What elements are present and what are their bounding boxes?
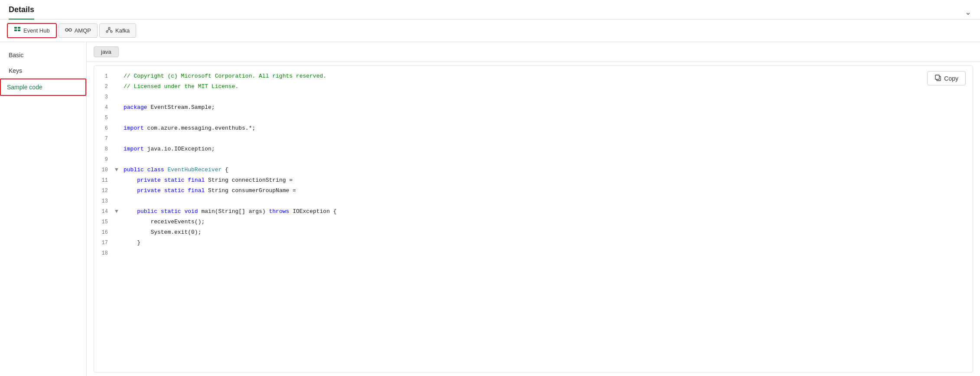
code-line: 1 // Copyright (c) Microsoft Corporation… <box>94 71 973 82</box>
svg-rect-0 <box>14 27 17 29</box>
page-container: Details ⌄ Event Hub <box>0 0 980 376</box>
tab-kafka[interactable]: Kafka <box>99 23 136 38</box>
code-line: 7 <box>94 134 973 144</box>
sidebar: Basic Keys Sample code <box>0 42 87 376</box>
code-block-container: Copy 1 // Copyright (c) Microsoft Corpor… <box>94 65 973 373</box>
sidebar-item-keys-label: Keys <box>9 67 22 74</box>
copy-button[interactable]: Copy <box>927 71 966 85</box>
svg-rect-2 <box>14 29 17 31</box>
svg-rect-1 <box>18 27 20 29</box>
sidebar-item-sample-code-label: Sample code <box>7 84 42 91</box>
sidebar-item-basic[interactable]: Basic <box>0 47 86 63</box>
svg-point-7 <box>108 27 110 29</box>
code-line: 18 <box>94 248 973 258</box>
code-line: 4 package EventStream.Sample; <box>94 102 973 113</box>
header: Details ⌄ <box>0 0 980 20</box>
svg-line-11 <box>109 29 111 31</box>
svg-point-4 <box>65 29 68 31</box>
sidebar-item-sample-code[interactable]: Sample code <box>0 78 86 96</box>
kafka-icon <box>106 26 113 35</box>
tab-amqp[interactable]: AMQP <box>59 23 98 38</box>
code-line: 3 <box>94 92 973 102</box>
svg-rect-13 <box>935 75 939 79</box>
tab-eventhub-label: Event Hub <box>23 27 50 34</box>
code-line: 13 <box>94 196 973 206</box>
code-line: 5 <box>94 113 973 123</box>
sidebar-item-keys[interactable]: Keys <box>0 63 86 78</box>
svg-point-8 <box>106 31 108 33</box>
copy-icon <box>934 74 941 82</box>
svg-rect-3 <box>18 29 20 31</box>
lang-selector: java <box>87 42 980 62</box>
amqp-icon <box>65 26 72 35</box>
code-line: 15 receiveEvents(); <box>94 217 973 227</box>
tab-bar: Event Hub AMQP <box>0 20 980 42</box>
tab-amqp-label: AMQP <box>75 27 91 34</box>
code-line: 10 ▼ public class EventHubReceiver { <box>94 165 973 175</box>
code-editor[interactable]: 1 // Copyright (c) Microsoft Corporation… <box>94 66 973 361</box>
code-line: 14 ▼ public static void main(String[] ar… <box>94 206 973 217</box>
event-hub-icon <box>14 26 21 35</box>
language-button[interactable]: java <box>94 46 119 57</box>
chevron-down-icon[interactable]: ⌄ <box>965 7 971 17</box>
tab-kafka-label: Kafka <box>115 27 130 34</box>
code-line: 12 private static final String consumerG… <box>94 186 973 196</box>
svg-line-10 <box>107 29 109 31</box>
main-content: Basic Keys Sample code java <box>0 42 980 376</box>
code-line: 17 } <box>94 238 973 248</box>
svg-point-9 <box>111 31 112 33</box>
sidebar-item-basic-label: Basic <box>9 52 23 59</box>
page-title: Details <box>9 5 34 20</box>
code-line: 16 System.exit(0); <box>94 227 973 238</box>
copy-label: Copy <box>944 75 958 82</box>
code-line: 9 <box>94 154 973 165</box>
code-line: 8 import java.io.IOException; <box>94 144 973 154</box>
tab-eventhub[interactable]: Event Hub <box>7 23 57 38</box>
code-line: 11 private static final String connectio… <box>94 175 973 186</box>
code-line: 6 import com.azure.messaging.eventhubs.*… <box>94 123 973 134</box>
code-line: 2 // Licensed under the MIT License. <box>94 82 973 92</box>
code-area: java Copy 1 <box>87 42 980 376</box>
svg-point-5 <box>69 29 72 31</box>
